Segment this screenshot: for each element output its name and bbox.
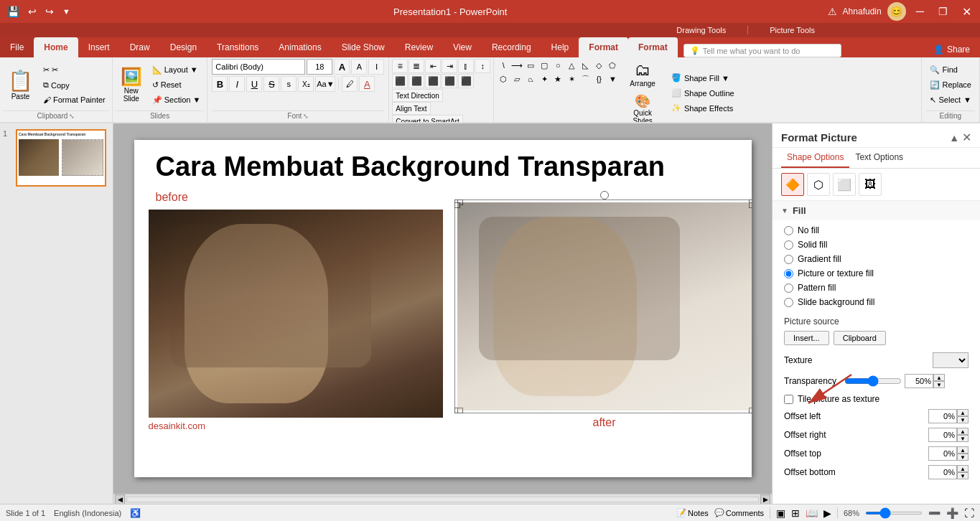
fp-fill-header[interactable]: ▼ Fill <box>773 201 980 220</box>
italic-btn[interactable]: I <box>229 76 245 92</box>
trans-up-btn[interactable]: ▲ <box>933 374 945 381</box>
shape-fill-btn[interactable]: 🪣 Shape Fill ▼ <box>666 71 739 85</box>
ob-up-btn[interactable]: ▲ <box>957 465 969 472</box>
reading-view-btn[interactable]: 📖 <box>806 507 818 519</box>
section-btn[interactable]: 📌Section▼ <box>149 93 205 107</box>
radio-solid-fill[interactable]: Solid fill <box>784 238 969 252</box>
fp-icon-size[interactable]: ⬜ <box>833 173 856 196</box>
offset-right-input[interactable] <box>928 428 957 442</box>
fp-tab-shape[interactable]: Shape Options <box>781 148 849 168</box>
offset-left-input[interactable] <box>928 409 957 423</box>
tab-design[interactable]: Design <box>160 37 207 57</box>
shape-trapezoid[interactable]: ⏢ <box>524 72 537 85</box>
shape-rect[interactable]: ▭ <box>524 59 537 72</box>
arrange-btn[interactable]: 🗂 Arrange <box>625 59 661 90</box>
normal-view-btn[interactable]: ▣ <box>776 507 785 519</box>
fit-slide-btn[interactable]: ⛶ <box>964 507 974 519</box>
clipboard-source-btn[interactable]: Clipboard <box>834 331 886 345</box>
shape-diamond[interactable]: ◇ <box>592 59 605 72</box>
ob-dn-btn[interactable]: ▼ <box>957 472 969 479</box>
save-icon[interactable]: 💾 <box>4 4 22 19</box>
radio-gradient-fill[interactable]: Gradient fill <box>784 252 969 266</box>
offset-bottom-input[interactable] <box>928 465 957 479</box>
image-with-handles[interactable] <box>457 202 752 410</box>
shape-star5[interactable]: ★ <box>551 72 564 85</box>
shape-star4[interactable]: ✦ <box>538 72 551 85</box>
tab-slideshow[interactable]: Slide Show <box>332 37 395 57</box>
tab-transitions[interactable]: Transitions <box>207 37 269 57</box>
undo-icon[interactable]: ↩ <box>25 4 39 19</box>
scroll-left-btn[interactable]: ◀ <box>115 494 125 504</box>
subscript-btn[interactable]: X₂ <box>298 76 314 92</box>
insert-btn[interactable]: Insert... <box>784 331 829 345</box>
close-btn[interactable]: ✕ <box>958 5 976 19</box>
text-shadow-btn[interactable]: s <box>281 76 297 92</box>
zoom-in-btn[interactable]: ➕ <box>946 507 958 519</box>
shape-bracket[interactable]: {} <box>592 72 605 85</box>
scroll-right-btn[interactable]: ▶ <box>760 494 770 504</box>
shape-triangle[interactable]: △ <box>565 59 578 72</box>
zoom-slider[interactable] <box>865 512 923 515</box>
slide-thumbnail[interactable]: Cara Membuat Background Transparan <box>16 129 106 187</box>
font-color-btn[interactable]: A <box>359 76 375 92</box>
shape-effects-btn[interactable]: ✨ Shape Effects <box>666 101 739 115</box>
convert-smartart-btn[interactable]: Convert to SmartArt <box>392 115 462 123</box>
font-name-input[interactable] <box>212 59 305 75</box>
customize-icon[interactable]: ▼ <box>60 6 73 17</box>
align-left-btn[interactable]: ⬛ <box>392 74 408 88</box>
redo-icon[interactable]: ↪ <box>42 4 57 19</box>
shape-round-rect[interactable]: ▢ <box>538 59 551 72</box>
fp-close-btn[interactable]: ✕ <box>962 131 971 144</box>
radio-no-fill[interactable]: No fill <box>784 223 969 238</box>
ol-dn-btn[interactable]: ▼ <box>957 416 969 423</box>
share-btn[interactable]: 👤 Share <box>923 42 980 57</box>
quick-styles-btn[interactable]: 🎨 QuickStyles <box>625 91 661 123</box>
tab-review[interactable]: Review <box>395 37 443 57</box>
ot-dn-btn[interactable]: ▼ <box>957 454 969 461</box>
accessibility-icon[interactable]: ♿ <box>130 508 141 518</box>
tab-animations[interactable]: Animations <box>269 37 331 57</box>
shape-pentagon[interactable]: ⬠ <box>606 59 619 72</box>
shape-line[interactable]: \ <box>497 59 510 72</box>
comments-btn[interactable]: 💬 Comments <box>714 508 764 517</box>
numbering-btn[interactable]: ≣ <box>409 59 424 73</box>
bullets-btn[interactable]: ≡ <box>392 59 408 73</box>
rotate-handle[interactable] <box>600 191 609 200</box>
copy-btn[interactable]: ⧉Copy <box>39 78 109 92</box>
highlight-color-btn[interactable]: 🖊 <box>342 76 358 92</box>
bold-btn[interactable]: B <box>212 76 228 92</box>
select-btn[interactable]: ↖ Select▼ <box>926 93 975 107</box>
shape-rtriangle[interactable]: ◺ <box>579 59 592 72</box>
fp-icon-fill[interactable]: 🔶 <box>781 173 804 196</box>
radio-slide-fill[interactable]: Slide background fill <box>784 295 969 309</box>
or-up-btn[interactable]: ▲ <box>957 428 969 435</box>
shape-hex[interactable]: ⬡ <box>497 72 510 85</box>
tab-file[interactable]: File <box>0 37 34 57</box>
notes-btn[interactable]: 📝 Notes <box>676 508 709 517</box>
tab-draw[interactable]: Draw <box>120 37 160 57</box>
fp-collapse-btn[interactable]: ▲ <box>949 131 959 144</box>
trans-dn-btn[interactable]: ▼ <box>933 381 945 388</box>
dec-indent-btn[interactable]: ⇤ <box>425 59 441 73</box>
radio-pattern-fill[interactable]: Pattern fill <box>784 281 969 295</box>
cut-btn[interactable]: ✂✂ <box>39 63 109 77</box>
shape-arc[interactable]: ⌒ <box>579 72 592 85</box>
zoom-out-btn[interactable]: ➖ <box>928 507 941 519</box>
fp-icon-picture[interactable]: 🖼 <box>859 173 882 196</box>
shape-more[interactable]: ▼ <box>606 72 619 85</box>
radio-picture-fill[interactable]: Picture or texture fill <box>784 266 969 281</box>
line-spacing-btn[interactable]: ↕ <box>475 59 490 73</box>
paste-btn[interactable]: 📋 Paste <box>3 67 38 103</box>
tab-format1[interactable]: Format <box>579 37 628 57</box>
col-btn[interactable]: ⫿ <box>458 59 474 73</box>
shape-oval[interactable]: ○ <box>551 59 564 72</box>
h-scrollbar[interactable]: ◀ ▶ <box>113 494 772 504</box>
align-center-btn[interactable]: ⬛ <box>409 74 424 88</box>
shape-outline-btn[interactable]: ⬜ Shape Outline <box>666 86 739 100</box>
transparency-input[interactable] <box>905 374 933 388</box>
or-dn-btn[interactable]: ▼ <box>957 435 969 442</box>
tab-home[interactable]: Home <box>34 37 78 57</box>
strikethrough-btn[interactable]: S <box>263 76 279 92</box>
tab-format2[interactable]: Format <box>628 37 678 57</box>
minimize-btn[interactable]: ─ <box>912 5 928 18</box>
